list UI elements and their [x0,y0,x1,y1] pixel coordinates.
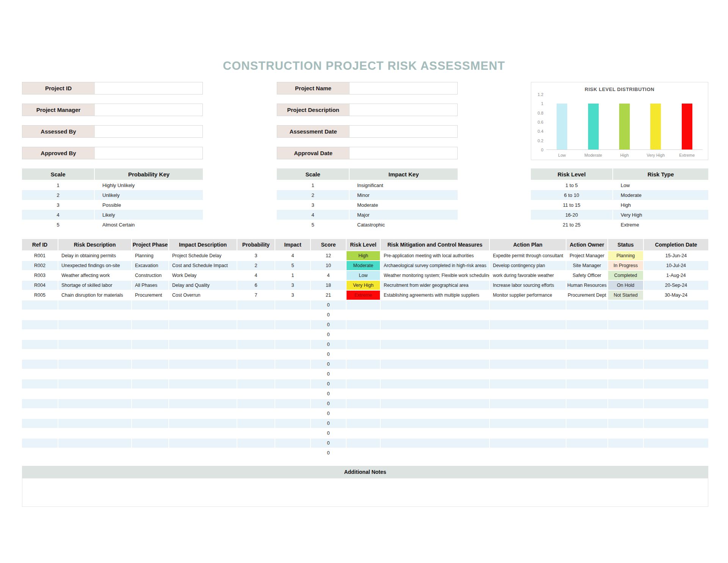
cell-score[interactable]: 0 [311,409,346,418]
cell-probability[interactable] [237,448,275,458]
cell-ref-id[interactable] [22,389,58,398]
cell-probability[interactable]: 4 [237,271,275,280]
cell-action-plan[interactable] [490,310,566,319]
cell-ref-id[interactable]: R005 [22,291,58,300]
cell-probability[interactable]: 2 [237,261,275,270]
cell-ref-id[interactable]: R001 [22,251,58,260]
cell-action-owner[interactable] [566,448,607,458]
cell-impact-description[interactable] [169,370,237,379]
cell-completion-date[interactable] [644,360,708,369]
cell-ref-id[interactable]: R003 [22,271,58,280]
cell-action-owner[interactable] [566,300,607,310]
cell-impact-description[interactable] [169,360,237,369]
cell-completion-date[interactable] [644,350,708,359]
cell-impact[interactable] [275,429,310,438]
cell-project-phase[interactable] [132,409,168,418]
cell-ref-id[interactable] [22,399,58,408]
cell-probability[interactable] [237,320,275,329]
cell-risk-mitigation-and-control-measures[interactable] [381,340,489,349]
cell-status[interactable] [608,330,643,339]
cell-risk-level[interactable] [347,389,380,398]
cell-risk-description[interactable] [58,448,131,458]
cell-score[interactable]: 4 [311,271,346,280]
cell-project-phase[interactable]: Excavation [132,261,168,270]
cell-score[interactable]: 0 [311,370,346,379]
cell-action-plan[interactable] [490,389,566,398]
risk-level-badge[interactable]: Very High [347,281,380,290]
cell-completion-date[interactable]: 20-Sep-24 [644,281,708,290]
cell-probability[interactable] [237,429,275,438]
cell-ref-id[interactable]: R002 [22,261,58,270]
cell-risk-description[interactable] [58,399,131,408]
cell-action-plan[interactable] [490,439,566,448]
risk-level-badge[interactable]: High [347,251,380,260]
cell-score[interactable]: 0 [311,340,346,349]
cell-status[interactable] [608,340,643,349]
cell-risk-level[interactable] [347,340,380,349]
cell-project-phase[interactable]: All Phases [132,281,168,290]
cell-ref-id[interactable] [22,419,58,428]
cell-ref-id[interactable] [22,379,58,388]
cell-completion-date[interactable] [644,409,708,418]
cell-impact[interactable] [275,310,310,319]
cell-impact-description[interactable] [169,350,237,359]
cell-status[interactable] [608,350,643,359]
cell-action-owner[interactable] [566,389,607,398]
cell-action-plan[interactable] [490,300,566,310]
cell-project-phase[interactable] [132,370,168,379]
cell-score[interactable]: 0 [311,439,346,448]
cell-risk-level[interactable] [347,330,380,339]
cell-risk-mitigation-and-control-measures[interactable] [381,330,489,339]
cell-action-plan[interactable] [490,379,566,388]
cell-risk-description[interactable]: Delay in obtaining permits [58,251,131,260]
cell-risk-description[interactable] [58,389,131,398]
cell-action-plan[interactable] [490,370,566,379]
cell-status[interactable] [608,448,643,458]
cell-project-phase[interactable]: Procurement [132,291,168,300]
cell-impact-description[interactable] [169,340,237,349]
cell-risk-mitigation-and-control-measures[interactable] [381,310,489,319]
cell-status[interactable] [608,310,643,319]
cell-project-phase[interactable] [132,399,168,408]
cell-impact[interactable] [275,448,310,458]
cell-score[interactable]: 0 [311,399,346,408]
cell-project-phase[interactable] [132,330,168,339]
cell-score[interactable]: 0 [311,419,346,428]
cell-impact[interactable] [275,399,310,408]
cell-action-owner[interactable] [566,399,607,408]
cell-risk-mitigation-and-control-measures[interactable] [381,399,489,408]
cell-score[interactable]: 10 [311,261,346,270]
cell-score[interactable]: 0 [311,310,346,319]
cell-action-owner[interactable]: Human Resources [566,281,607,290]
cell-risk-level[interactable] [347,379,380,388]
cell-action-plan[interactable] [490,320,566,329]
cell-risk-description[interactable] [58,300,131,310]
cell-score[interactable]: 0 [311,379,346,388]
cell-risk-mitigation-and-control-measures[interactable]: Pre-application meeting with local autho… [381,251,489,260]
assessed-by-input[interactable] [94,126,202,137]
cell-risk-description[interactable] [58,439,131,448]
cell-impact[interactable] [275,439,310,448]
cell-project-phase[interactable] [132,300,168,310]
cell-status[interactable] [608,439,643,448]
cell-impact[interactable] [275,389,310,398]
cell-impact[interactable]: 3 [275,291,310,300]
cell-risk-description[interactable] [58,330,131,339]
cell-status[interactable] [608,429,643,438]
cell-probability[interactable]: 6 [237,281,275,290]
cell-score[interactable]: 0 [311,448,346,458]
cell-action-plan[interactable] [490,448,566,458]
cell-risk-description[interactable] [58,379,131,388]
cell-ref-id[interactable] [22,300,58,310]
cell-impact[interactable] [275,419,310,428]
cell-project-phase[interactable] [132,350,168,359]
cell-risk-mitigation-and-control-measures[interactable]: Establishing agreements with multiple su… [381,291,489,300]
cell-score[interactable]: 0 [311,389,346,398]
cell-completion-date[interactable] [644,439,708,448]
cell-impact[interactable] [275,330,310,339]
cell-risk-description[interactable] [58,320,131,329]
cell-action-owner[interactable] [566,330,607,339]
cell-completion-date[interactable] [644,370,708,379]
cell-project-phase[interactable]: Planning [132,251,168,260]
cell-ref-id[interactable] [22,340,58,349]
